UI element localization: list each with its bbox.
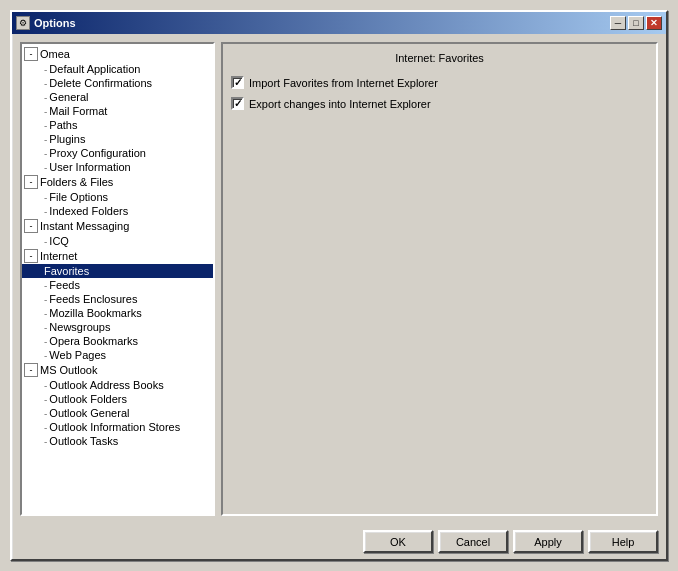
tree-item-label: File Options <box>49 191 108 203</box>
tree-item-label: Newsgroups <box>49 321 110 333</box>
tree-item-web-pages[interactable]: - Web Pages <box>22 348 213 362</box>
tree-item-label: Default Application <box>49 63 140 75</box>
tree-item-indexed-folders[interactable]: - Indexed Folders <box>22 204 213 218</box>
tree-item-newsgroups[interactable]: - Newsgroups <box>22 320 213 334</box>
dash-icon: - <box>44 78 47 89</box>
tree-item-icq[interactable]: - ICQ <box>22 234 213 248</box>
tree-item-mail-format[interactable]: - Mail Format <box>22 104 213 118</box>
export-changes-label: Export changes into Internet Explorer <box>249 98 431 110</box>
tree-item-label: Proxy Configuration <box>49 147 146 159</box>
tree-item-label: Indexed Folders <box>49 205 128 217</box>
title-bar-left: ⚙ Options <box>16 16 76 30</box>
tree-item-label: Paths <box>49 119 77 131</box>
maximize-button[interactable]: □ <box>628 16 644 30</box>
tree-item-outlook-information-stores[interactable]: - Outlook Information Stores <box>22 420 213 434</box>
import-favorites-checkbox[interactable] <box>231 76 244 89</box>
panel-title: Internet: Favorites <box>231 52 648 64</box>
tree-group-ms-outlook[interactable]: - MS Outlook <box>22 362 213 378</box>
tree-item-mozilla-bookmarks[interactable]: - Mozilla Bookmarks <box>22 306 213 320</box>
apply-button[interactable]: Apply <box>513 530 583 553</box>
tree-item-favorites[interactable]: Favorites <box>22 264 213 278</box>
tree-group-internet[interactable]: - Internet <box>22 248 213 264</box>
tree-group-label: Folders & Files <box>40 176 113 188</box>
tree-item-label: Outlook Folders <box>49 393 127 405</box>
tree-group-folders-files[interactable]: - Folders & Files <box>22 174 213 190</box>
tree-item-label: Favorites <box>44 265 89 277</box>
tree-item-opera-bookmarks[interactable]: - Opera Bookmarks <box>22 334 213 348</box>
tree-item-proxy-configuration[interactable]: - Proxy Configuration <box>22 146 213 160</box>
tree-item-label: Feeds <box>49 279 80 291</box>
expand-outlook-icon[interactable]: - <box>24 363 38 377</box>
tree-group-instant-messaging[interactable]: - Instant Messaging <box>22 218 213 234</box>
tree-item-outlook-folders[interactable]: - Outlook Folders <box>22 392 213 406</box>
panel-body: Import Favorites from Internet Explorer … <box>231 76 648 506</box>
window-icon: ⚙ <box>16 16 30 30</box>
import-favorites-label: Import Favorites from Internet Explorer <box>249 77 438 89</box>
tree-item-label: Outlook Information Stores <box>49 421 180 433</box>
expand-omea-icon[interactable]: - <box>24 47 38 61</box>
help-button[interactable]: Help <box>588 530 658 553</box>
dash-icon: - <box>44 308 47 319</box>
tree-group-label: Instant Messaging <box>40 220 129 232</box>
dash-icon: - <box>44 148 47 159</box>
cancel-button[interactable]: Cancel <box>438 530 508 553</box>
tree-item-outlook-general[interactable]: - Outlook General <box>22 406 213 420</box>
dash-icon: - <box>44 294 47 305</box>
tree-item-default-application[interactable]: - Default Application <box>22 62 213 76</box>
tree-group-omea-label: Omea <box>40 48 70 60</box>
dash-icon: - <box>44 350 47 361</box>
tree-item-user-information[interactable]: - User Information <box>22 160 213 174</box>
dash-icon: - <box>44 422 47 433</box>
dash-icon: - <box>44 394 47 405</box>
tree-item-general[interactable]: - General <box>22 90 213 104</box>
tree-item-label: Mozilla Bookmarks <box>49 307 141 319</box>
export-changes-row[interactable]: Export changes into Internet Explorer <box>231 97 648 110</box>
tree-item-label: Plugins <box>49 133 85 145</box>
dash-icon: - <box>44 120 47 131</box>
expand-im-icon[interactable]: - <box>24 219 38 233</box>
dash-icon: - <box>44 280 47 291</box>
tree-item-paths[interactable]: - Paths <box>22 118 213 132</box>
close-button[interactable]: ✕ <box>646 16 662 30</box>
minimize-button[interactable]: ─ <box>610 16 626 30</box>
main-panel: Internet: Favorites Import Favorites fro… <box>221 42 658 516</box>
tree-item-label: Outlook General <box>49 407 129 419</box>
dash-icon: - <box>44 92 47 103</box>
tree-item-feeds-enclosures[interactable]: - Feeds Enclosures <box>22 292 213 306</box>
tree-item-label: User Information <box>49 161 130 173</box>
expand-folders-icon[interactable]: - <box>24 175 38 189</box>
dash-icon: - <box>44 336 47 347</box>
import-favorites-row[interactable]: Import Favorites from Internet Explorer <box>231 76 648 89</box>
tree-item-feeds[interactable]: - Feeds <box>22 278 213 292</box>
footer: OK Cancel Apply Help <box>12 524 666 559</box>
dash-icon: - <box>44 162 47 173</box>
export-changes-checkbox[interactable] <box>231 97 244 110</box>
tree-item-label: Web Pages <box>49 349 106 361</box>
tree-item-delete-confirmations[interactable]: - Delete Confirmations <box>22 76 213 90</box>
dash-icon: - <box>44 134 47 145</box>
window-content: - Omea - Default Application - Delete Co… <box>12 34 666 524</box>
tree-item-label: ICQ <box>49 235 69 247</box>
tree-group-label: MS Outlook <box>40 364 97 376</box>
dash-icon: - <box>44 322 47 333</box>
tree-item-outlook-tasks[interactable]: - Outlook Tasks <box>22 434 213 448</box>
dash-icon: - <box>44 64 47 75</box>
title-buttons: ─ □ ✕ <box>610 16 662 30</box>
dash-icon: - <box>44 206 47 217</box>
tree-item-plugins[interactable]: - Plugins <box>22 132 213 146</box>
tree-item-file-options[interactable]: - File Options <box>22 190 213 204</box>
ok-button[interactable]: OK <box>363 530 433 553</box>
tree-item-label: Outlook Address Books <box>49 379 163 391</box>
tree-group-omea[interactable]: - Omea <box>22 46 213 62</box>
dash-icon: - <box>44 106 47 117</box>
tree-item-label: Delete Confirmations <box>49 77 152 89</box>
tree-item-label: Feeds Enclosures <box>49 293 137 305</box>
dash-icon: - <box>44 380 47 391</box>
tree-panel[interactable]: - Omea - Default Application - Delete Co… <box>20 42 215 516</box>
tree-item-label: Outlook Tasks <box>49 435 118 447</box>
expand-internet-icon[interactable]: - <box>24 249 38 263</box>
options-window: ⚙ Options ─ □ ✕ - Omea - Default Applica… <box>10 10 668 561</box>
dash-icon: - <box>44 408 47 419</box>
tree-item-outlook-address-books[interactable]: - Outlook Address Books <box>22 378 213 392</box>
tree-item-label: Mail Format <box>49 105 107 117</box>
